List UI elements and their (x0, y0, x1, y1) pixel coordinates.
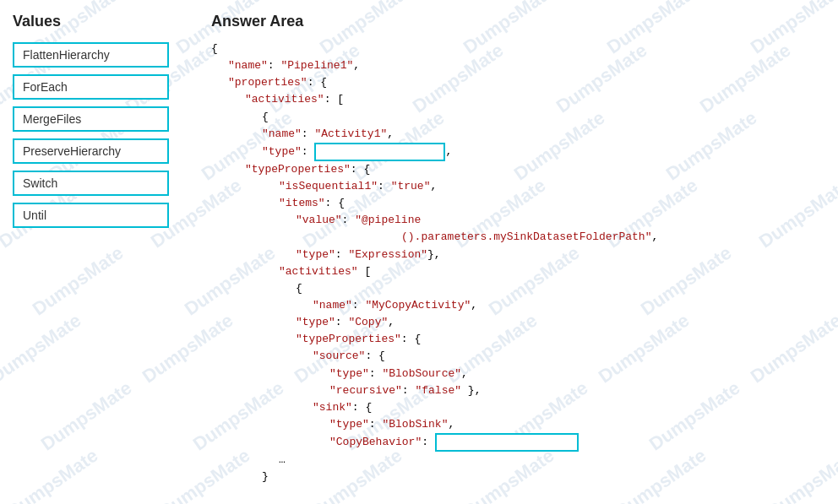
key-recursive: "recursive" (329, 382, 402, 399)
line-activities: "activities" : [ (245, 91, 825, 108)
val-copy: "Copy" (348, 314, 388, 331)
key-issequential: "isSequential1" (279, 178, 378, 195)
line-ellipsis: … (279, 452, 825, 469)
key-type: "type" (262, 144, 302, 160)
close-source: }, (461, 382, 481, 399)
val-pipeline1: "Pipeline1" (280, 57, 353, 74)
colon-typeprops: : { (351, 161, 370, 178)
colon-source: : { (365, 348, 384, 365)
comma-activity-name: , (387, 126, 394, 143)
open-copy: { (296, 280, 302, 297)
colon-properties: : { (307, 74, 327, 91)
colon-name: : (268, 57, 281, 74)
line-open-copy: { (296, 280, 825, 297)
colon-activities: : [ (324, 91, 344, 108)
colon-source-type: : (369, 366, 383, 382)
main-content: Values FlattenHierarchy ForEach MergeFil… (0, 0, 838, 494)
code-block: { "name" : "Pipeline1" , "properties" : … (211, 41, 825, 485)
line-typeprops: "typeProperties" : { (245, 161, 825, 178)
key-copybehavior: "CopyBehavior" (329, 434, 422, 451)
line-activities2: "activities" [ (279, 263, 825, 280)
line-recursive: "recursive" : "false" }, (329, 382, 825, 399)
val-mycopyactivity: "MyCopyActivity" (365, 297, 471, 314)
key-sink: "sink" (313, 399, 352, 416)
close-items: }, (427, 247, 441, 263)
key-value: "value" (296, 212, 342, 229)
comma-value: , (651, 229, 658, 246)
line-sink: "sink" : { (313, 399, 825, 416)
open-activity: { (262, 109, 269, 126)
val-blobsource: "BlobSource" (382, 366, 461, 382)
line-issequential: "isSequential1" : "true" , (279, 178, 825, 195)
line-copy-typeprops: "typeProperties" : { (296, 331, 825, 348)
right-panel: Answer Area { "name" : "Pipeline1" , "pr… (194, 8, 825, 485)
line-copy-type: "type" : "Copy" , (296, 314, 825, 331)
line-value: "value" : "@pipeline (296, 212, 825, 229)
left-panel: Values FlattenHierarchy ForEach MergeFil… (13, 8, 194, 485)
key-source: "source" (313, 348, 365, 365)
key-copy-name: "name" (313, 297, 352, 314)
key-sink-type: "type" (329, 416, 369, 433)
copy-behavior-input[interactable] (435, 433, 579, 452)
line-sink-type: "type" : "BlobSink" , (329, 416, 825, 433)
key-name: "name" (228, 57, 268, 74)
key-activities: "activities" (245, 91, 324, 108)
colon-type: : (302, 144, 315, 160)
key-activity-name: "name" (262, 126, 302, 143)
line-source-type: "type" : "BlobSource" , (329, 366, 825, 382)
colon-copy-name: : (352, 297, 366, 314)
val-pipeline-expr-cont: ().parameters.mySinkDatasetFolderPath" (401, 229, 651, 246)
value-item-switch[interactable]: Switch (13, 171, 169, 196)
line-activity-name: "name" : "Activity1" , (262, 126, 825, 143)
key-source-type: "type" (329, 366, 369, 382)
val-false: "false" (415, 382, 461, 399)
line-source: "source" : { (313, 348, 825, 365)
value-item-preservehierarchy[interactable]: PreserveHierarchy (13, 138, 169, 164)
value-item-until[interactable]: Until (13, 203, 169, 228)
comma-sink-type: , (448, 416, 454, 433)
line-items: "items" : { (279, 195, 825, 212)
colon-recursive: : (402, 382, 416, 399)
comma-source-type: , (461, 366, 468, 382)
line-open-brace: { (211, 41, 825, 57)
val-isseq: "true" (391, 178, 431, 195)
key-typeprops: "typeProperties" (245, 161, 351, 178)
key-copy-type: "type" (296, 314, 335, 331)
line-copy-name: "name" : "MyCopyActivity" , (313, 297, 825, 314)
comma-name: , (353, 57, 360, 74)
colon-copybehavior: : (422, 434, 435, 451)
value-item-foreach[interactable]: ForEach (13, 74, 169, 100)
line-name: "name" : "Pipeline1" , (228, 57, 825, 74)
close-brace: } (262, 469, 269, 485)
line-value-cont: ().parameters.mySinkDatasetFolderPath" , (211, 229, 825, 246)
key-type2: "type" (296, 247, 335, 263)
key-properties: "properties" (228, 74, 307, 91)
colon-activity-name: : (302, 126, 315, 143)
colon-isseq: : (378, 178, 391, 195)
line-open-activity: { (262, 109, 825, 126)
comma-type: , (445, 144, 452, 160)
comma-copy-name: , (471, 297, 477, 314)
comma-copy-type: , (388, 314, 395, 331)
colon-value: : (342, 212, 356, 229)
line-type2: "type" : "Expression" }, (296, 247, 825, 263)
line-properties: "properties" : { (228, 74, 825, 91)
values-title: Values (13, 13, 194, 30)
comma-isseq: , (430, 178, 437, 195)
val-pipeline-expr: "@pipeline (355, 212, 421, 229)
bracket-activities2: [ (358, 263, 372, 280)
value-item-flatten-hierarchy[interactable]: FlattenHierarchy (13, 42, 169, 68)
answer-area-title: Answer Area (211, 13, 825, 30)
key-items: "items" (279, 195, 325, 212)
val-blobsink: "BlobSink" (382, 416, 448, 433)
ellipsis: … (279, 452, 286, 469)
type-input[interactable] (314, 143, 445, 161)
colon-items: : { (325, 195, 345, 212)
value-item-mergefiles[interactable]: MergeFiles (13, 106, 169, 132)
colon-type2: : (335, 247, 349, 263)
colon-sink: : { (352, 399, 372, 416)
colon-copy-typeprops: : { (401, 331, 421, 348)
val-activity1: "Activity1" (314, 126, 387, 143)
line-type: "type" : , (262, 143, 825, 161)
colon-sink-type: : (369, 416, 383, 433)
